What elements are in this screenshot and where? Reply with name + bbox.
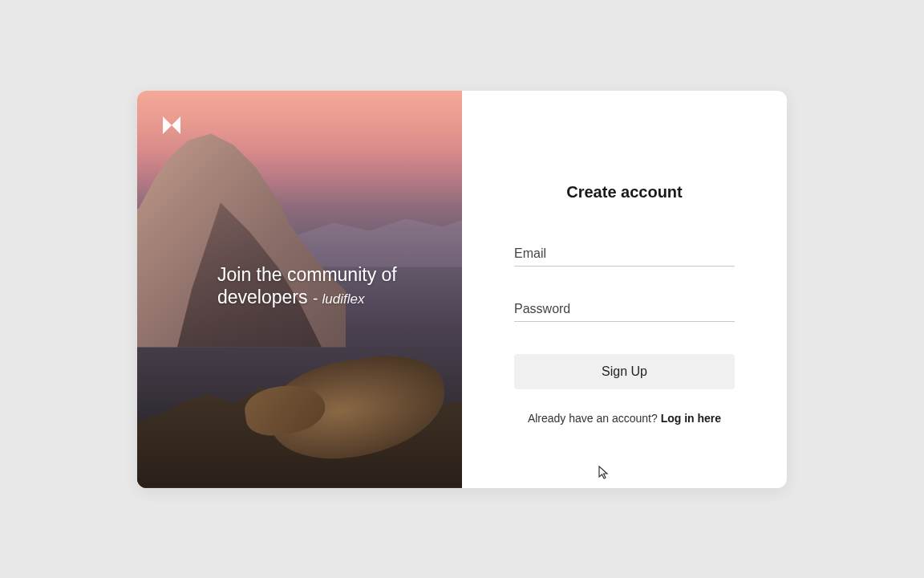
hero-tagline: Join the community of developers - ludif… (217, 263, 430, 310)
login-link[interactable]: Log in here (661, 412, 721, 425)
email-input-group (514, 242, 735, 267)
brand-logo-icon (160, 113, 184, 137)
login-prompt: Already have an account? Log in here (514, 412, 735, 425)
signup-button[interactable]: Sign Up (514, 354, 735, 389)
signup-card: Join the community of developers - ludif… (137, 91, 787, 488)
tagline-credit: ludiflex (322, 291, 365, 307)
tagline-dash: - (313, 290, 322, 307)
tagline-main: Join the community of developers (217, 264, 397, 308)
hero-image-panel: Join the community of developers - ludif… (137, 91, 462, 488)
signup-form-panel: Create account Sign Up Already have an a… (462, 91, 787, 488)
email-field[interactable] (514, 242, 735, 267)
form-title: Create account (514, 183, 735, 201)
password-input-group (514, 297, 735, 322)
password-field[interactable] (514, 297, 735, 322)
login-prompt-text: Already have an account? (528, 412, 661, 425)
logo-icon (160, 113, 184, 137)
